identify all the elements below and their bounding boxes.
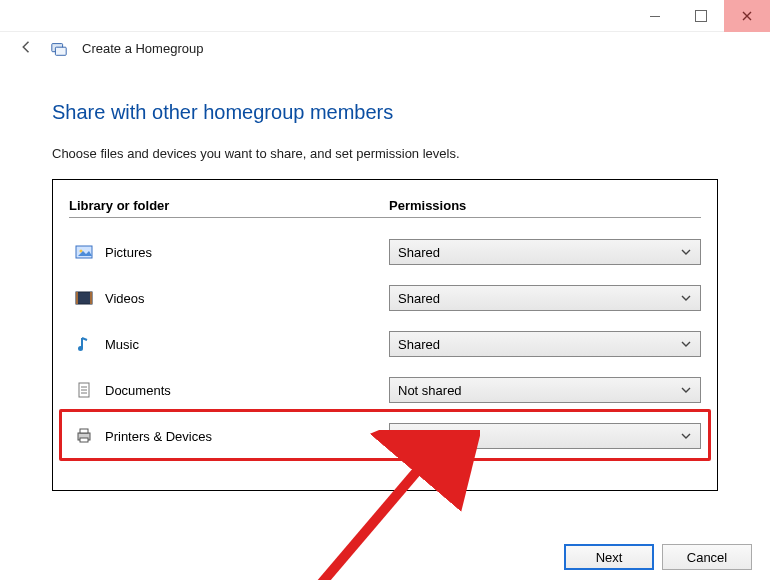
dropdown-value: Shared bbox=[398, 291, 440, 306]
table-row: Pictures Shared bbox=[69, 232, 701, 272]
table-row: Videos Shared bbox=[69, 278, 701, 318]
permission-dropdown-videos[interactable]: Shared bbox=[389, 285, 701, 311]
music-icon bbox=[75, 335, 93, 353]
library-label: Documents bbox=[105, 383, 171, 398]
library-label: Music bbox=[105, 337, 139, 352]
instruction-text: Choose files and devices you want to sha… bbox=[52, 146, 718, 161]
wizard-footer: Next Cancel bbox=[564, 544, 752, 570]
library-label: Pictures bbox=[105, 245, 152, 260]
table-row: Documents Not shared bbox=[69, 370, 701, 410]
chevron-down-icon bbox=[680, 338, 692, 350]
share-panel: Library or folder Permissions Pictures S… bbox=[52, 179, 718, 491]
col-header-library: Library or folder bbox=[69, 198, 389, 213]
back-arrow-icon[interactable] bbox=[18, 38, 36, 59]
svg-rect-5 bbox=[76, 292, 78, 304]
col-header-permissions: Permissions bbox=[389, 198, 466, 213]
chevron-down-icon bbox=[680, 246, 692, 258]
title-bar bbox=[0, 0, 770, 32]
dropdown-value: Shared bbox=[398, 245, 440, 260]
annotation-highlight-box bbox=[59, 409, 711, 461]
maximize-button[interactable] bbox=[678, 0, 724, 32]
dropdown-value: Shared bbox=[398, 337, 440, 352]
table-row: Music Shared bbox=[69, 324, 701, 364]
pictures-icon bbox=[75, 243, 93, 261]
cancel-button[interactable]: Cancel bbox=[662, 544, 752, 570]
window-title: Create a Homegroup bbox=[82, 41, 203, 56]
permission-dropdown-music[interactable]: Shared bbox=[389, 331, 701, 357]
chevron-down-icon bbox=[680, 384, 692, 396]
close-button[interactable] bbox=[724, 0, 770, 32]
videos-icon bbox=[75, 289, 93, 307]
svg-point-7 bbox=[78, 346, 83, 351]
dropdown-value: Not shared bbox=[398, 383, 462, 398]
permission-dropdown-pictures[interactable]: Shared bbox=[389, 239, 701, 265]
homegroup-icon bbox=[50, 40, 68, 58]
documents-icon bbox=[75, 381, 93, 399]
permission-dropdown-documents[interactable]: Not shared bbox=[389, 377, 701, 403]
window-header: Create a Homegroup bbox=[0, 32, 770, 73]
library-label: Videos bbox=[105, 291, 145, 306]
table-header: Library or folder Permissions bbox=[69, 198, 701, 218]
svg-rect-4 bbox=[76, 292, 92, 304]
minimize-button[interactable] bbox=[632, 0, 678, 32]
next-button[interactable]: Next bbox=[564, 544, 654, 570]
svg-rect-1 bbox=[55, 47, 66, 55]
chevron-down-icon bbox=[680, 292, 692, 304]
svg-rect-6 bbox=[90, 292, 92, 304]
page-heading: Share with other homegroup members bbox=[52, 101, 718, 124]
